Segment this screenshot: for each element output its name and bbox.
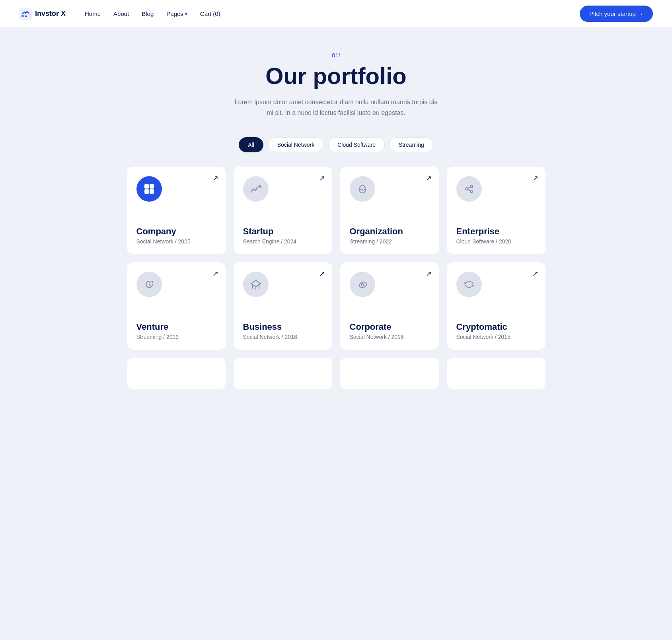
card-subtitle-business: Social Network / 2018: [243, 334, 323, 340]
filter-cloud-software[interactable]: Cloud Software: [328, 137, 385, 152]
svg-point-9: [470, 190, 473, 193]
arrow-icon: ↗: [319, 174, 325, 183]
svg-point-7: [470, 185, 473, 188]
card-title-startup: Startup: [243, 226, 323, 237]
card-subtitle-company: Social Network / 2025: [136, 238, 216, 245]
card-title-business: Business: [243, 322, 323, 332]
hero-section-num: 01/: [127, 52, 545, 58]
hero-description: Lorem ipsum dolor amet consectetur diam …: [233, 97, 440, 118]
card-icon-business: [243, 272, 269, 297]
logo-icon: [19, 8, 32, 20]
card-icon-venture: [136, 272, 162, 297]
card-title-company: Company: [136, 226, 216, 237]
card-title-enterprise: Enterprise: [456, 226, 536, 237]
svg-line-10: [468, 187, 470, 189]
card-subtitle-organization: Streaming / 2022: [350, 238, 429, 245]
card-title-cryptomatic: Cryptomatic: [456, 322, 536, 332]
arrow-icon: ↗: [426, 269, 432, 278]
filter-all[interactable]: All: [239, 137, 263, 152]
svg-point-12: [361, 284, 364, 286]
peek-card-1: [127, 358, 226, 389]
portfolio-card-venture[interactable]: ↗ Venture Streaming / 2019: [127, 262, 226, 350]
portfolio-card-startup[interactable]: ↗ Startup Search Engine / 2024: [234, 167, 332, 254]
arrow-icon: ↗: [426, 174, 432, 183]
arrow-icon: ↗: [319, 269, 325, 278]
portfolio-card-cryptomatic[interactable]: ↗ Cryptomatic Social Network / 2015: [447, 262, 545, 350]
card-title-venture: Venture: [136, 322, 216, 332]
arrow-icon: ↗: [532, 174, 538, 183]
svg-line-11: [468, 190, 470, 191]
svg-rect-2: [25, 16, 27, 17]
portfolio-grid: ↗ Company Social Network / 2025 ↗: [127, 167, 545, 350]
main-content: 01/ Our portfolio Lorem ipsum dolor amet…: [117, 28, 555, 421]
card-icon-cryptomatic: [456, 272, 482, 297]
brand-name: Invstor X: [35, 10, 66, 18]
arrow-icon: ↗: [212, 269, 218, 278]
nav-links: Home About Blog Pages ▾ Cart (0): [85, 10, 580, 17]
filter-bar: All Social Network Cloud Software Stream…: [127, 137, 545, 152]
nav-pages[interactable]: Pages ▾: [166, 10, 187, 17]
logo[interactable]: Invstor X: [19, 8, 66, 20]
svg-rect-1: [21, 15, 24, 17]
portfolio-card-company[interactable]: ↗ Company Social Network / 2025: [127, 167, 226, 254]
card-title-organization: Organization: [350, 226, 429, 237]
card-icon-company: [136, 176, 162, 202]
card-icon-corporate: [350, 272, 375, 297]
filter-streaming[interactable]: Streaming: [390, 137, 433, 152]
card-icon-startup: [243, 176, 269, 202]
portfolio-card-business[interactable]: ↗ Business Social Network / 2018: [234, 262, 332, 350]
svg-rect-0: [19, 8, 32, 20]
pitch-startup-button[interactable]: Pitch your startup →: [580, 6, 653, 22]
filter-social-network[interactable]: Social Network: [268, 137, 323, 152]
card-subtitle-venture: Streaming / 2019: [136, 334, 216, 340]
nav-cart[interactable]: Cart (0): [200, 10, 220, 17]
svg-point-8: [466, 188, 468, 190]
card-subtitle-startup: Search Engine / 2024: [243, 238, 323, 245]
arrow-icon: ↗: [212, 174, 218, 183]
card-subtitle-cryptomatic: Social Network / 2015: [456, 334, 536, 340]
hero-section: 01/ Our portfolio Lorem ipsum dolor amet…: [127, 52, 545, 118]
svg-rect-6: [150, 189, 154, 194]
peek-card-3: [340, 358, 439, 389]
card-title-corporate: Corporate: [350, 322, 429, 332]
portfolio-card-corporate[interactable]: ↗ Corporate Social Network / 2016: [340, 262, 439, 350]
hero-title: Our portfolio: [127, 63, 545, 89]
card-icon-enterprise: [456, 176, 482, 202]
svg-rect-4: [150, 184, 154, 189]
nav-blog[interactable]: Blog: [142, 10, 154, 17]
card-icon-organization: [350, 176, 375, 202]
card-subtitle-corporate: Social Network / 2016: [350, 334, 429, 340]
arrow-icon: ↗: [532, 269, 538, 278]
portfolio-card-enterprise[interactable]: ↗ Enterprise Cloud Software / 2020: [447, 167, 545, 254]
chevron-down-icon: ▾: [185, 12, 187, 17]
bottom-peek-cards: [127, 358, 545, 389]
svg-rect-5: [144, 189, 149, 194]
nav-about[interactable]: About: [113, 10, 129, 17]
card-subtitle-enterprise: Cloud Software / 2020: [456, 238, 536, 245]
peek-card-2: [234, 358, 332, 389]
svg-rect-3: [144, 184, 149, 189]
peek-card-4: [447, 358, 545, 389]
nav-home[interactable]: Home: [85, 10, 101, 17]
portfolio-card-organization[interactable]: ↗ Organization Streaming / 2022: [340, 167, 439, 254]
